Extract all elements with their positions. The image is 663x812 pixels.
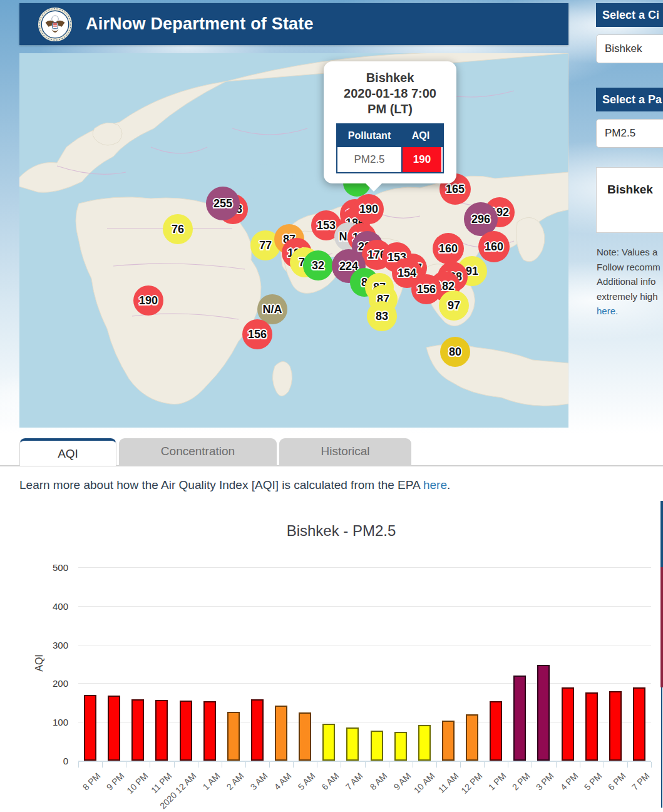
note-line: Additional info [597, 276, 655, 287]
popup-pointer [365, 183, 383, 192]
x-axis-tick-label: 2 PM [510, 771, 532, 792]
x-axis-tick [222, 762, 222, 768]
x-axis-tick [651, 762, 652, 768]
x-axis-tick [484, 762, 485, 768]
bar-2020-12-am[interactable] [180, 701, 192, 761]
bar-2-pm[interactable] [513, 676, 526, 761]
bar-5-am[interactable] [299, 712, 311, 761]
bar-4-pm[interactable] [562, 687, 574, 761]
aqi-map-marker[interactable]: 83 [367, 301, 397, 331]
app-header: AirNow Department of State [19, 3, 568, 45]
x-axis-tick [174, 762, 175, 768]
bar-3-pm[interactable] [537, 665, 550, 761]
bar-7-pm[interactable] [633, 687, 645, 761]
x-axis-tick [604, 762, 604, 768]
bar-6-am[interactable] [322, 724, 335, 761]
bar-12-pm[interactable] [466, 714, 478, 761]
note-text: Note: Values aFollow recommAdditional in… [597, 247, 660, 302]
y-axis-label: AQI [34, 654, 45, 672]
gridline [78, 567, 651, 568]
city-select[interactable]: Bishkek [596, 34, 663, 63]
x-axis-tick [460, 762, 461, 768]
x-axis-tick-label: 5 PM [582, 771, 604, 792]
x-axis-tick-label: 8 PM [81, 771, 102, 792]
bar-8-pm[interactable] [84, 695, 96, 761]
note-line: extremely high [597, 291, 658, 302]
x-axis-tick [580, 762, 580, 768]
bar-1-pm[interactable] [490, 701, 502, 761]
bar-10-am[interactable] [418, 725, 431, 761]
x-axis-tick-label: 7 AM [344, 771, 365, 792]
aqi-map-marker[interactable]: 190 [354, 194, 384, 224]
bar-9-am[interactable] [394, 732, 407, 761]
note-line: Follow recomm [597, 262, 660, 272]
right-edge-legend-strip [660, 501, 663, 567]
aqi-map-marker[interactable]: 156 [411, 274, 441, 304]
bar-6-pm[interactable] [609, 691, 622, 761]
aqi-map-marker[interactable]: 97 [439, 290, 469, 321]
sidebar-note: Note: Values aFollow recommAdditional in… [597, 245, 663, 319]
aqi-map-marker[interactable]: 190 [133, 285, 163, 316]
aqi-map-marker[interactable]: 160 [433, 233, 464, 264]
bar-4-am[interactable] [275, 706, 287, 761]
parameter-select[interactable]: PM2.5 [596, 119, 663, 148]
x-axis-tick-label: 7 PM [630, 771, 651, 792]
x-axis-tick [126, 762, 126, 768]
x-axis-tick-label: 4 AM [272, 771, 294, 792]
popup-col-pollutant: Pollutant [337, 125, 401, 147]
bar-7-am[interactable] [346, 727, 359, 761]
bar-3-am[interactable] [251, 699, 264, 761]
bar-11-am[interactable] [442, 721, 455, 761]
bar-9-pm[interactable] [108, 696, 120, 761]
popup-datetime-2: PM (LT) [324, 101, 456, 117]
chart-title: Bishkek - PM2.5 [19, 522, 663, 540]
aqi-map-marker[interactable]: 80 [440, 337, 470, 367]
x-axis-tick [102, 762, 103, 768]
note-here-link[interactable]: here. [597, 306, 618, 316]
x-axis-tick-label: 5 AM [296, 771, 317, 792]
aqi-map-marker[interactable]: 76 [163, 214, 193, 244]
popup-city: Bishkek [324, 70, 456, 86]
bar-1-am[interactable] [203, 701, 216, 761]
tab-concentration[interactable]: Concentration [119, 438, 277, 466]
gridline [78, 683, 651, 684]
aqi-map-marker[interactable]: 160 [478, 231, 510, 262]
x-axis-tick-label: 8 AM [367, 771, 389, 792]
bar-8-am[interactable] [371, 731, 383, 761]
right-edge-legend-strip [660, 567, 663, 687]
page-title: AirNow Department of State [86, 14, 314, 34]
x-axis-tick-label: 10 AM [412, 771, 436, 795]
bar-5-pm[interactable] [585, 692, 598, 761]
bar-11-pm[interactable] [155, 700, 168, 761]
tab-aqi[interactable]: AQI [19, 438, 116, 466]
x-axis-tick [341, 762, 341, 768]
x-axis-tick-label: 3 AM [248, 771, 269, 792]
x-axis-tick [413, 762, 413, 768]
y-axis-tick-label: 200 [34, 678, 68, 689]
y-axis-tick-label: 500 [34, 562, 68, 573]
tab-historical[interactable]: Historical [279, 438, 411, 466]
world-aqi-map[interactable]: 1532557677871817832153197186190N/A156288… [19, 53, 568, 428]
x-axis-tick-label: 3 PM [534, 771, 555, 792]
popup-col-aqi: AQI [401, 125, 440, 147]
note-line: Note: Values a [597, 247, 657, 257]
popup-datetime-1: 2020-01-18 7:00 [324, 86, 456, 101]
airnow-page: AirNow Department of State Select a Ci B… [0, 0, 663, 812]
aqi-map-marker[interactable]: 156 [242, 319, 272, 349]
y-axis-tick-label: 0 [34, 756, 68, 766]
map-popup: Bishkek 2020-01-18 7:00 PM (LT) Pollutan… [324, 61, 456, 183]
x-axis-tick-label: 4 PM [558, 771, 579, 792]
x-axis-tick [293, 762, 294, 768]
aqi-map-marker[interactable]: 255 [206, 187, 240, 220]
epa-here-link[interactable]: here [423, 478, 447, 491]
x-axis-tick [245, 762, 246, 768]
x-axis-tick [269, 762, 270, 768]
x-axis-tick-label: 6 PM [606, 771, 627, 792]
x-axis-tick [556, 762, 557, 768]
x-axis-tick [317, 762, 317, 768]
bar-10-pm[interactable] [131, 699, 144, 761]
x-axis-tick-label: 12 PM [459, 771, 484, 796]
x-axis-tick-label: 1 AM [200, 771, 222, 792]
aqi-map-marker[interactable]: 32 [303, 250, 333, 280]
bar-2-am[interactable] [227, 712, 240, 761]
